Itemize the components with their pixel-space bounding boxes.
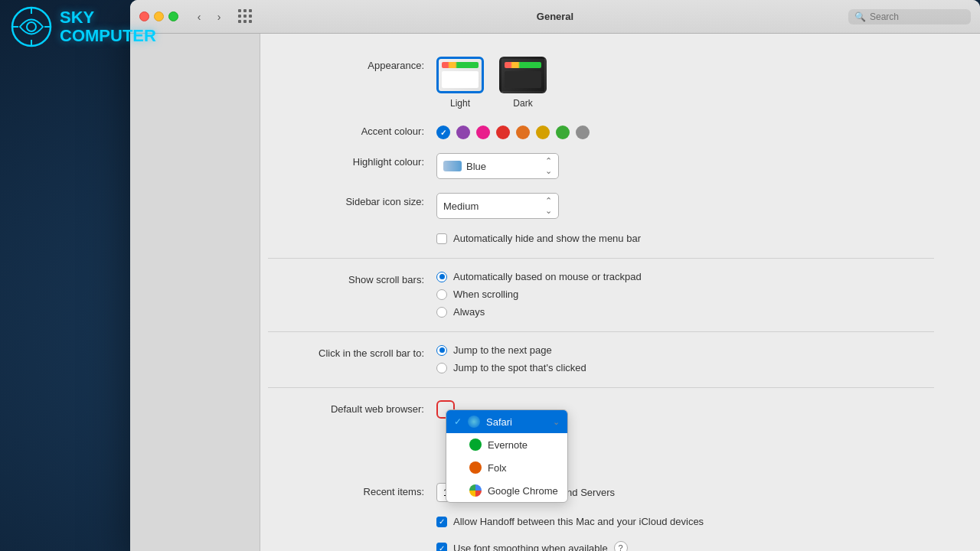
menu-bar-checkbox[interactable] — [436, 233, 447, 244]
grid-dot — [249, 9, 252, 12]
scroll-bars-radio-group: Automatically based on mouse or trackpad… — [436, 271, 934, 318]
accent-red[interactable] — [496, 126, 510, 139]
help-button[interactable]: ? — [614, 541, 628, 551]
grid-dot — [238, 9, 241, 12]
menu-bar-label — [268, 233, 436, 236]
menu-bar-row: Automatically hide and show the menu bar — [268, 233, 934, 244]
menu-bar-checkbox-row: Automatically hide and show the menu bar — [436, 233, 934, 244]
logo-line1: SKY — [60, 8, 156, 27]
scroll-auto-label: Automatically based on mouse or trackpad — [453, 271, 642, 282]
grid-dot — [249, 15, 252, 18]
font-smoothing-checkbox[interactable] — [436, 543, 447, 551]
browser-option-safari[interactable]: ✓ Safari ⌄ — [446, 410, 567, 433]
grid-dot — [238, 20, 241, 23]
appearance-light-label: Light — [450, 98, 470, 109]
scroll-auto-row: Automatically based on mouse or trackpad — [436, 271, 934, 282]
appearance-light-thumb[interactable] — [436, 57, 484, 93]
forward-button[interactable]: › — [211, 8, 227, 25]
search-input[interactable] — [870, 11, 965, 22]
scroll-bars-row: Show scroll bars: Automatically based on… — [268, 271, 934, 318]
safari-icon — [468, 416, 480, 428]
back-button[interactable]: ‹ — [191, 8, 207, 25]
handoff-label — [268, 516, 436, 519]
appearance-row: Appearance: Light Dark — [268, 57, 934, 109]
click-spot-radio[interactable] — [436, 363, 447, 373]
safari-checkmark: ✓ — [454, 416, 462, 427]
highlight-colour-dropdown[interactable]: Blue ⌃⌄ — [436, 153, 559, 179]
browser-highlight-box: ✓ Safari ⌄ Evernote — [436, 400, 455, 419]
svg-point-1 — [27, 22, 36, 31]
evernote-label: Evernote — [488, 439, 528, 451]
highlight-colour-control: Blue ⌃⌄ — [436, 153, 934, 179]
apps-grid-button[interactable] — [237, 8, 253, 25]
chevron-down-icon: ⌃⌄ — [545, 196, 552, 216]
menu-bar-control: Automatically hide and show the menu bar — [436, 233, 934, 244]
scroll-auto-radio[interactable] — [436, 272, 447, 282]
appearance-dark-option[interactable]: Dark — [499, 57, 547, 109]
logo-text: SKY COMPUTER — [60, 8, 156, 45]
browser-option-folx[interactable]: Folx — [446, 456, 567, 479]
font-smoothing-checkbox-row: Use font smoothing when available — [436, 543, 608, 551]
chevron-down-icon: ⌃⌄ — [545, 156, 552, 176]
accent-colour-control — [436, 122, 934, 139]
click-spot-label: Jump to the spot that's clicked — [453, 362, 586, 373]
sidebar-icon-size-value: Medium — [443, 201, 479, 212]
divider-1 — [268, 258, 934, 259]
click-next-radio[interactable] — [436, 345, 447, 356]
logo-icon — [11, 6, 52, 47]
click-next-row: Jump to the next page — [436, 344, 934, 356]
browser-option-chrome[interactable]: Google Chrome — [446, 479, 567, 502]
font-smoothing-row: Use font smoothing when available ? — [268, 541, 934, 551]
handoff-checkbox[interactable] — [436, 517, 447, 527]
logo-line2: COMPUTER — [60, 27, 156, 45]
accent-graphite[interactable] — [576, 126, 590, 139]
browser-label: Default web browser: — [268, 400, 436, 415]
accent-yellow[interactable] — [536, 126, 550, 139]
recent-items-row: Recent items: 10 ▲ ▼ Documents, Apps and… — [268, 483, 934, 502]
click-scroll-label: Click in the scroll bar to: — [268, 344, 436, 359]
scroll-scrolling-label: When scrolling — [453, 289, 518, 300]
scroll-scrolling-row: When scrolling — [436, 289, 934, 300]
font-smoothing-label — [268, 541, 436, 544]
click-scroll-radio-group: Jump to the next page Jump to the spot t… — [436, 344, 934, 373]
handoff-control: Allow Handoff between this Mac and your … — [436, 516, 934, 527]
folx-icon — [469, 461, 482, 474]
font-smoothing-control: Use font smoothing when available ? — [436, 541, 934, 551]
accent-colour-row: Accent colour: — [268, 122, 934, 139]
chrome-icon — [469, 484, 482, 497]
search-bar[interactable]: 🔍 — [848, 9, 971, 24]
accent-blue[interactable] — [436, 126, 450, 139]
scroll-scrolling-radio[interactable] — [436, 289, 447, 300]
scroll-bars-control: Automatically based on mouse or trackpad… — [436, 271, 934, 318]
sidebar-icon-size-dropdown[interactable]: Medium ⌃⌄ — [436, 193, 559, 219]
accent-colors — [436, 122, 934, 139]
grid-dot — [243, 15, 247, 18]
logo: SKY COMPUTER — [11, 6, 156, 47]
chrome-label: Google Chrome — [488, 485, 558, 497]
sidebar-icon-size-label: Sidebar icon size: — [268, 193, 436, 207]
grid-dot — [243, 20, 247, 23]
handoff-row: Allow Handoff between this Mac and your … — [268, 516, 934, 527]
browser-option-evernote[interactable]: Evernote — [446, 433, 567, 456]
click-next-label: Jump to the next page — [453, 344, 552, 356]
folx-label: Folx — [488, 462, 507, 474]
appearance-light-option[interactable]: Light — [436, 57, 484, 109]
highlight-colour-label: Highlight colour: — [268, 153, 436, 168]
accent-purple[interactable] — [456, 126, 470, 139]
browser-row: Default web browser: ✓ Safari ⌄ — [268, 400, 934, 422]
grid-dot — [243, 9, 247, 12]
recent-items-label: Recent items: — [268, 483, 436, 497]
handoff-checkbox-row: Allow Handoff between this Mac and your … — [436, 516, 934, 527]
accent-pink[interactable] — [476, 126, 490, 139]
maximize-button[interactable] — [168, 11, 178, 21]
scroll-bars-label: Show scroll bars: — [268, 271, 436, 285]
accent-green[interactable] — [556, 126, 570, 139]
content-area: Appearance: Light Dark Accent colour: — [130, 34, 980, 551]
scroll-always-label: Always — [453, 306, 485, 318]
scroll-always-radio[interactable] — [436, 307, 447, 318]
dropdown-left: Blue — [443, 161, 486, 172]
divider-3 — [268, 387, 934, 388]
accent-orange[interactable] — [516, 126, 530, 139]
browser-dropdown-menu: ✓ Safari ⌄ Evernote — [446, 409, 568, 503]
appearance-dark-thumb[interactable] — [499, 57, 547, 93]
